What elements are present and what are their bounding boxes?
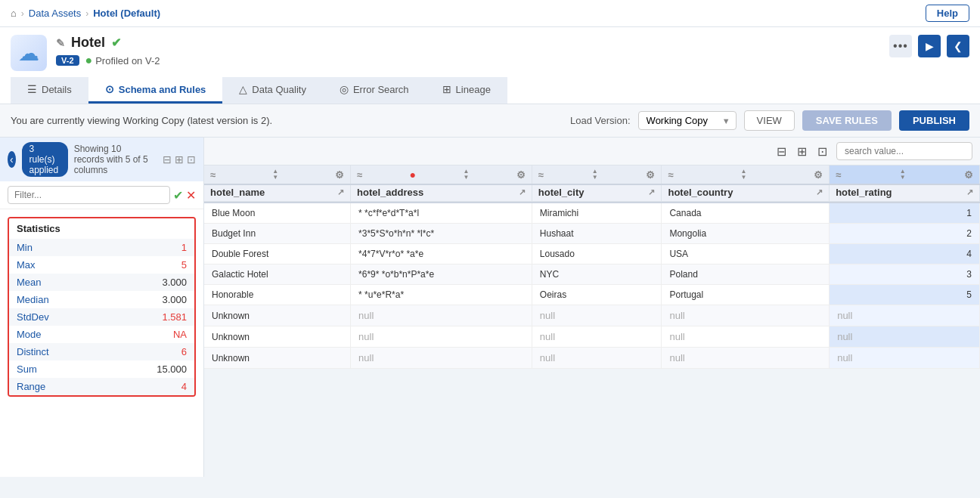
cell-hotel_rating: null [830,326,980,348]
tab-quality[interactable]: △ Data Quality [222,77,323,104]
version-bar: You are currently viewing Working Copy (… [0,104,980,138]
sort-icons[interactable]: ▲▼ [900,169,906,181]
col-label: hotel_country [668,187,733,198]
col-icon-1[interactable]: ⊟ [163,153,172,165]
stats-label: Max [17,259,36,271]
cell-hotel_rating: null [830,305,980,326]
tab-lineage[interactable]: ⊞ Lineage [426,77,507,104]
tab-schema[interactable]: ⊙ Schema and Rules [88,77,223,104]
stats-row: Distinct6 [9,343,194,360]
cell-hotel_address: null [351,348,532,369]
col-name-hotel_rating: hotel_rating ↗ [830,184,980,203]
null-value: null [669,352,684,363]
tab-error[interactable]: ◎ Error Search [323,77,426,104]
tab-lineage-label: Lineage [456,84,491,95]
back-button[interactable]: ❮ [947,35,969,57]
help-button[interactable]: Help [926,5,969,22]
sort-icons[interactable]: ▲▼ [463,169,469,181]
toolbar-icon-cols[interactable]: ⊟ [774,143,789,160]
data-panel: ⊟ ⊞ ⊡ ≈ ▲▼ ⚙ ≈ ● ▲▼ ⚙ ≈ ▲▼ ⚙ ≈ ▲▼ ⚙ ≈ ▲▼… [204,138,980,477]
asset-meta: V-2 ● Profiled on V-2 [56,54,160,67]
tab-details[interactable]: ☰ Details [11,77,88,104]
external-link-icon[interactable]: ↗ [816,187,823,197]
cell-hotel_address: *6*9* *o*b*n*P*a*e [351,264,532,285]
edit-icon[interactable]: ✎ [56,37,65,49]
external-link-icon[interactable]: ↗ [519,187,526,197]
filter-input[interactable] [8,186,170,204]
filter-row: ✔ ✕ [0,181,203,209]
col-icon-2[interactable]: ⊞ [175,153,184,165]
cell-hotel_country: Poland [662,264,830,285]
error-tab-icon: ◎ [340,83,349,95]
cell-hotel_city: null [532,348,662,369]
breadcrumb-data-assets[interactable]: Data Assets [29,8,81,19]
gear-icon[interactable]: ⚙ [335,169,344,181]
gear-icon[interactable]: ⚙ [646,169,655,181]
sort-icons[interactable]: ▲▼ [592,169,598,181]
col-icon-3[interactable]: ⊡ [187,153,196,165]
col-icons: ⊟ ⊞ ⊡ [163,153,196,165]
external-link-icon[interactable]: ↗ [966,187,973,197]
data-table: ≈ ▲▼ ⚙ ≈ ● ▲▼ ⚙ ≈ ▲▼ ⚙ ≈ ▲▼ ⚙ ≈ ▲▼ ⚙ hot… [204,165,980,369]
cell-hotel_country: Canada [662,203,830,224]
table-wrap[interactable]: ≈ ▲▼ ⚙ ≈ ● ▲▼ ⚙ ≈ ▲▼ ⚙ ≈ ▲▼ ⚙ ≈ ▲▼ ⚙ hot… [204,165,980,477]
error-icon: ● [410,169,416,181]
breadcrumb: ⌂ › Data Assets › Hotel (Default) [11,8,160,19]
asset-header: ☁ ✎ Hotel ✔ V-2 ● Profiled on V-2 ••• ▶ … [0,27,980,104]
null-value: null [837,352,852,363]
stats-value: 1.581 [162,311,187,323]
col-name-hotel_city: hotel_city ↗ [532,184,662,203]
sort-icons[interactable]: ▲▼ [272,169,278,181]
cell-hotel_city: Oeiras [532,285,662,305]
view-button[interactable]: VIEW [744,110,795,131]
breadcrumb-hotel: Hotel (Default) [93,8,160,19]
null-value: null [837,310,852,321]
null-value: null [540,310,555,321]
stats-label: StdDev [17,311,49,323]
col-type-icon: ≈ [538,169,544,181]
external-link-icon[interactable]: ↗ [648,187,655,197]
stats-label: Distinct [17,346,49,357]
stats-row: Sum15.000 [9,360,194,378]
col-type-icon: ≈ [357,169,362,181]
cell-hotel_city: null [532,326,662,348]
stats-row: Mean3.000 [9,274,194,291]
rules-toggle-button[interactable]: ‹ [8,151,16,168]
stats-label: Sum [17,363,37,375]
cell-hotel_address: *3*5*S*o*h*n* *l*c* [351,224,532,244]
play-button[interactable]: ▶ [918,35,941,57]
external-link-icon[interactable]: ↗ [337,187,344,197]
cell-hotel_name: Budget Inn [204,224,351,244]
tab-quality-label: Data Quality [252,84,306,95]
cell-hotel_country: USA [662,244,830,264]
stats-value: 3.000 [162,277,187,288]
gear-icon[interactable]: ⚙ [814,169,823,181]
col-label: hotel_rating [836,187,892,198]
version-select[interactable]: Working Copy Version 1 Version 2 [638,111,737,130]
search-input[interactable] [836,142,972,160]
null-value: null [837,331,852,342]
filter-check-icon[interactable]: ✔ [173,188,183,203]
gear-icon[interactable]: ⚙ [516,169,526,181]
cell-hotel_name: Unknown [204,348,351,369]
save-rules-button[interactable]: SAVE RULES [802,110,892,131]
toolbar-icon-grid[interactable]: ⊡ [814,143,830,160]
tab-details-label: Details [42,84,72,95]
toolbar-icon-rows[interactable]: ⊞ [794,143,810,160]
col-type-icon: ≈ [668,169,673,181]
statistics-box: Statistics Min1Max5Mean3.000Median3.000S… [8,217,196,397]
stats-row: Median3.000 [9,291,194,308]
version-badge: V-2 [56,55,79,66]
publish-button[interactable]: PUBLISH [899,110,969,131]
more-actions-button[interactable]: ••• [889,35,912,57]
stats-label: Min [17,242,33,253]
filter-clear-icon[interactable]: ✕ [186,188,196,203]
home-icon[interactable]: ⌂ [11,8,17,19]
sort-icons[interactable]: ▲▼ [740,169,746,181]
col-label: hotel_address [357,187,423,198]
gear-icon[interactable]: ⚙ [964,169,973,181]
cell-hotel_city: Lousado [532,244,662,264]
cell-hotel_name: Double Forest [204,244,351,264]
stats-label: Range [17,381,45,392]
null-value: null [358,331,374,342]
